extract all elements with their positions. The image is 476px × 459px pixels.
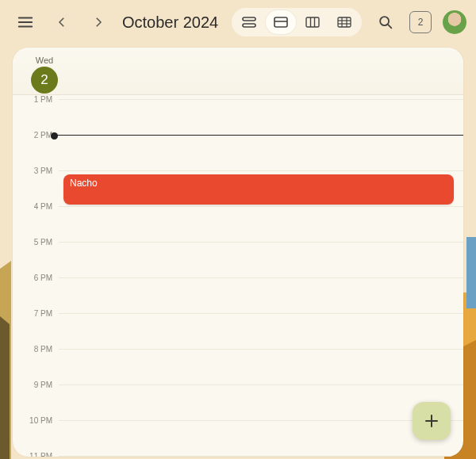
plus-icon <box>422 411 441 430</box>
menu-button[interactable] <box>10 6 41 38</box>
hour-line <box>59 349 463 350</box>
hour-label: 10 PM <box>29 416 52 425</box>
svg-rect-13 <box>338 17 351 27</box>
svg-line-19 <box>388 25 391 28</box>
month-icon <box>337 17 351 28</box>
date-badge[interactable]: 2 <box>31 67 58 94</box>
hour-label: 7 PM <box>34 309 52 318</box>
view-day-button[interactable] <box>266 10 296 34</box>
calendar-event[interactable]: Nacho <box>63 174 454 205</box>
view-3day-button[interactable] <box>298 10 328 34</box>
hour-label: 2 PM <box>34 131 52 140</box>
hour-line <box>59 206 463 207</box>
hour-line <box>59 277 463 278</box>
chevron-right-icon <box>91 15 106 29</box>
hour-line <box>59 456 463 457</box>
svg-rect-8 <box>274 17 287 27</box>
calendar-card: Wed 2 1 PM2 PM3 PM4 PM5 PM6 PM7 PM8 PM9 … <box>13 48 463 457</box>
svg-rect-6 <box>243 17 255 21</box>
hour-line <box>59 384 463 385</box>
three-day-icon <box>305 17 320 28</box>
hour-line <box>59 99 463 100</box>
search-icon <box>377 13 394 31</box>
svg-rect-5 <box>466 237 476 308</box>
hour-label: 4 PM <box>34 202 52 211</box>
hour-line <box>59 170 463 171</box>
hour-label: 6 PM <box>34 273 52 282</box>
month-title[interactable]: October 2024 <box>122 13 218 32</box>
prev-button[interactable] <box>46 6 78 38</box>
time-grid[interactable]: 1 PM2 PM3 PM4 PM5 PM6 PM7 PM8 PM9 PM10 P… <box>13 95 463 457</box>
today-button[interactable]: 2 <box>409 11 432 33</box>
schedule-icon <box>242 17 256 28</box>
top-bar: October 2024 2 <box>0 0 476 44</box>
day-of-week-label: Wed <box>30 55 59 65</box>
hour-line <box>59 420 463 421</box>
search-button[interactable] <box>370 6 401 38</box>
svg-marker-2 <box>0 316 10 459</box>
day-icon <box>274 17 288 28</box>
view-schedule-button[interactable] <box>234 10 264 34</box>
view-toggle <box>232 8 362 36</box>
chevron-left-icon <box>55 15 69 29</box>
hour-label: 1 PM <box>34 95 52 104</box>
hour-line <box>59 313 463 314</box>
hour-label: 5 PM <box>34 238 52 247</box>
hour-label: 8 PM <box>34 345 52 354</box>
view-month-button[interactable] <box>329 10 359 34</box>
today-number: 2 <box>418 17 424 28</box>
create-event-fab[interactable] <box>413 402 451 440</box>
svg-rect-10 <box>306 17 319 27</box>
account-avatar[interactable] <box>443 10 466 34</box>
next-button[interactable] <box>83 6 114 38</box>
current-time-indicator <box>55 135 463 136</box>
hour-line <box>59 242 463 243</box>
hour-label: 9 PM <box>34 381 52 389</box>
day-header: Wed 2 <box>13 48 463 95</box>
svg-rect-7 <box>243 24 255 27</box>
hour-label: 11 PM <box>29 452 52 457</box>
hour-label: 3 PM <box>34 166 52 175</box>
svg-point-18 <box>380 17 389 25</box>
hamburger-icon <box>17 13 34 31</box>
